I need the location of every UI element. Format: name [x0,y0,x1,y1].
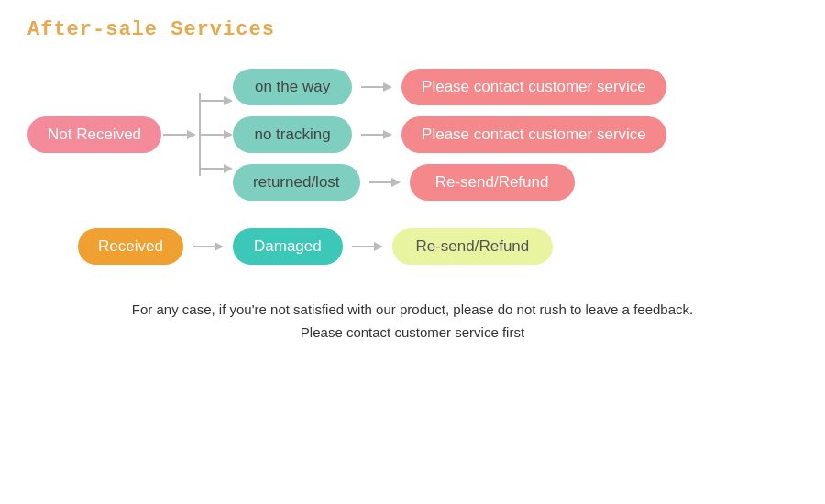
damaged-box: Damaged [233,228,343,265]
svg-marker-16 [214,242,224,251]
svg-marker-14 [391,178,401,187]
footer-line-1: For any case, if you're not satisfied wi… [28,301,798,317]
branch-result-3: Re-send/Refund [410,164,575,201]
svg-marker-8 [224,164,233,173]
svg-marker-10 [383,82,392,92]
branch-result-2: Please contact customer service [402,116,666,153]
received-section: Received Damaged Re-send/Refund [78,228,798,265]
page-title: After-sale Services [28,18,798,41]
footer-line-2: Please contact customer service first [28,324,798,340]
arrow-3 [368,173,402,192]
svg-marker-6 [224,130,233,139]
branch-row-3: returned/lost Re-send/Refund [233,164,666,201]
branch-row-2: no tracking Please contact customer serv… [233,116,666,153]
branch-label-no-tracking: no tracking [233,116,352,153]
branches-container: on the way Please contact customer servi… [233,69,666,201]
arrow-to-branches [161,126,196,144]
arrow-2 [359,126,394,144]
svg-marker-12 [383,130,392,139]
branch-label-on-the-way: on the way [233,69,352,105]
svg-marker-4 [224,96,233,105]
resend-refund-box: Re-send/Refund [392,228,553,265]
page: After-sale Services Not Received [0,0,825,504]
arrow-to-damaged [191,237,226,256]
svg-marker-18 [374,242,383,251]
received-box: Received [78,228,183,265]
arrow-to-resend [350,237,385,256]
not-received-section: Not Received on the way [28,69,798,201]
not-received-box: Not Received [28,116,161,153]
branch-connector-svg [196,84,233,185]
svg-marker-1 [187,130,196,139]
arrow-1 [359,78,394,96]
branch-row-1: on the way Please contact customer servi… [233,69,666,105]
branch-label-returned-lost: returned/lost [233,164,360,201]
branch-result-1: Please contact customer service [402,69,666,105]
footer: For any case, if you're not satisfied wi… [28,301,798,340]
